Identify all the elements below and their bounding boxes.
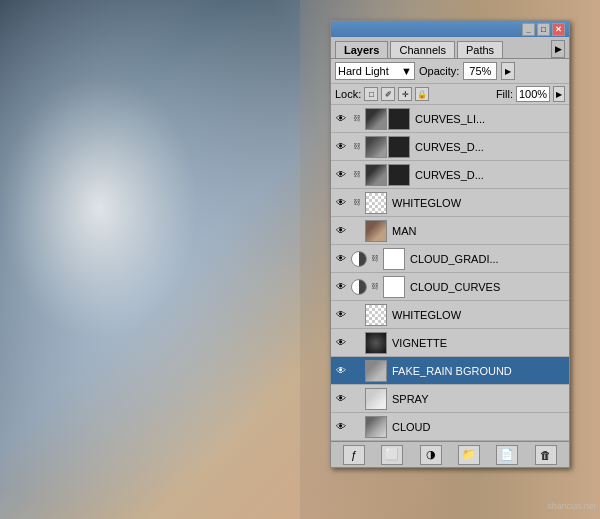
lock-transparent-icon[interactable]: □ (364, 87, 378, 101)
layer-row[interactable]: 👁 SPRAY (331, 385, 569, 413)
tab-paths[interactable]: Paths (457, 41, 503, 58)
tab-layers[interactable]: Layers (335, 41, 388, 58)
layer-thumbnail (365, 220, 387, 242)
layer-thumbnail (365, 192, 387, 214)
layer-link-icon[interactable]: ⛓ (351, 195, 363, 211)
lock-label: Lock: (335, 88, 361, 100)
layer-row[interactable]: 👁 ⛓ CURVES_D... (331, 133, 569, 161)
opacity-label: Opacity: (419, 65, 459, 77)
layer-row[interactable]: 👁 ⛓ CLOUD_CURVES (331, 273, 569, 301)
layer-link-icon[interactable]: ⛓ (369, 251, 381, 267)
layer-thumbnail (365, 136, 387, 158)
layer-row[interactable]: 👁 VIGNETTE (331, 329, 569, 357)
layer-thumbs (365, 136, 410, 158)
layer-name: CLOUD_CURVES (407, 281, 567, 293)
layer-link-icon[interactable]: ⛓ (369, 279, 381, 295)
close-button[interactable]: ✕ (552, 23, 565, 36)
layer-name: FAKE_RAIN BGROUND (389, 365, 567, 377)
fill-stepper[interactable]: ▶ (553, 86, 565, 102)
layer-name: CLOUD_GRADI... (407, 253, 567, 265)
layer-visibility-icon[interactable]: 👁 (333, 391, 349, 407)
watermark-sub: .net (581, 501, 596, 511)
layer-mask-thumbnail (388, 136, 410, 158)
layer-name: WHITEGLOW (389, 197, 567, 209)
layer-row[interactable]: 👁 WHITEGLOW (331, 301, 569, 329)
layer-name: MAN (389, 225, 567, 237)
layer-visibility-icon[interactable]: 👁 (333, 111, 349, 127)
layer-row[interactable]: 👁 CLOUD (331, 413, 569, 441)
layer-thumbs (365, 220, 387, 242)
layer-thumbnail (383, 248, 405, 270)
layer-thumbs (365, 332, 387, 354)
panel-menu-arrow[interactable]: ▶ (551, 40, 565, 58)
fill-value[interactable]: 100% (516, 86, 550, 102)
layer-row[interactable]: 👁 MAN (331, 217, 569, 245)
layer-link-icon[interactable]: ⛓ (351, 167, 363, 183)
watermark: shancun.net (547, 501, 596, 511)
layer-row[interactable]: 👁 ⛓ CURVES_LI... (331, 105, 569, 133)
layer-name: CLOUD (389, 421, 567, 433)
fill-label: Fill: (496, 88, 513, 100)
layer-name: CURVES_LI... (412, 113, 567, 125)
layer-visibility-icon[interactable]: 👁 (333, 223, 349, 239)
watermark-text: shancun (547, 501, 581, 511)
layer-link-spacer (351, 307, 363, 323)
adjustment-layer-button[interactable]: ◑ (420, 445, 442, 465)
lock-all-icon[interactable]: 🔒 (415, 87, 429, 101)
layer-name: CURVES_D... (412, 169, 567, 181)
blend-mode-arrow-icon: ▼ (401, 65, 412, 77)
layer-link-icon[interactable]: ⛓ (351, 111, 363, 127)
adjustment-layer-icon (351, 251, 367, 267)
new-layer-button[interactable]: 📄 (496, 445, 518, 465)
layer-mask-thumbnail (388, 164, 410, 186)
layer-group-button[interactable]: 📁 (458, 445, 480, 465)
layer-row[interactable]: 👁 ⛓ CLOUD_GRADI... (331, 245, 569, 273)
layer-thumbs (365, 164, 410, 186)
minimize-button[interactable]: _ (522, 23, 535, 36)
layer-thumbs (365, 304, 387, 326)
layer-mask-thumbnail (388, 108, 410, 130)
adjustment-layer-icon (351, 279, 367, 295)
opacity-stepper[interactable]: ▶ (501, 62, 515, 80)
lock-image-icon[interactable]: ✐ (381, 87, 395, 101)
layers-panel: _ □ ✕ Layers Channels Paths ▶ Hard Light… (330, 20, 570, 468)
layer-thumbs (365, 416, 387, 438)
layer-visibility-icon[interactable]: 👁 (333, 279, 349, 295)
layer-thumbnail (365, 164, 387, 186)
layer-name: WHITEGLOW (389, 309, 567, 321)
layer-visibility-icon[interactable]: 👁 (333, 251, 349, 267)
layer-visibility-icon[interactable]: 👁 (333, 167, 349, 183)
layer-mask-button[interactable]: ⬜ (381, 445, 403, 465)
blend-opacity-row: Hard Light ▼ Opacity: 75% ▶ (331, 59, 569, 84)
layer-visibility-icon[interactable]: 👁 (333, 419, 349, 435)
layer-thumbnail (365, 332, 387, 354)
panel-tabs: Layers Channels Paths ▶ (331, 37, 569, 59)
layer-visibility-icon[interactable]: 👁 (333, 195, 349, 211)
lock-position-icon[interactable]: ✛ (398, 87, 412, 101)
layer-visibility-icon[interactable]: 👁 (333, 139, 349, 155)
blend-mode-select[interactable]: Hard Light ▼ (335, 62, 415, 80)
bg-splash (0, 0, 330, 519)
layer-name: VIGNETTE (389, 337, 567, 349)
layer-thumbnail (383, 276, 405, 298)
layer-link-spacer (351, 335, 363, 351)
layer-name: CURVES_D... (412, 141, 567, 153)
layer-visibility-icon[interactable]: 👁 (333, 335, 349, 351)
layer-thumbs (365, 108, 410, 130)
layer-row[interactable]: 👁 FAKE_RAIN BGROUND (331, 357, 569, 385)
tab-channels[interactable]: Channels (390, 41, 454, 58)
opacity-value[interactable]: 75% (463, 62, 497, 80)
layer-thumbs (383, 248, 405, 270)
layer-link-icon[interactable]: ⛓ (351, 139, 363, 155)
layer-visibility-icon[interactable]: 👁 (333, 307, 349, 323)
maximize-button[interactable]: □ (537, 23, 550, 36)
layer-link-spacer (351, 223, 363, 239)
delete-layer-button[interactable]: 🗑 (535, 445, 557, 465)
layer-thumbnail (365, 388, 387, 410)
layer-visibility-icon[interactable]: 👁 (333, 363, 349, 379)
layer-style-button[interactable]: ƒ (343, 445, 365, 465)
layer-thumbnail (365, 108, 387, 130)
layer-row[interactable]: 👁 ⛓ WHITEGLOW (331, 189, 569, 217)
layer-link-spacer (351, 419, 363, 435)
layer-row[interactable]: 👁 ⛓ CURVES_D... (331, 161, 569, 189)
